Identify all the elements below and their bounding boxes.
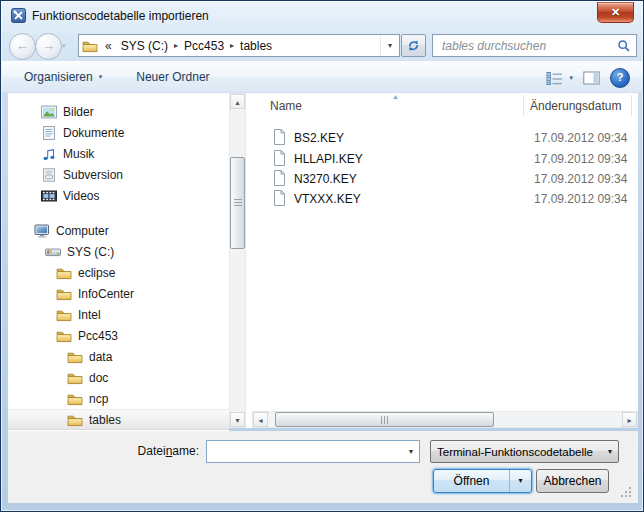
refresh-icon xyxy=(406,38,421,53)
close-button[interactable]: ✕ xyxy=(597,2,634,23)
tree-item-label: eclipse xyxy=(78,266,115,280)
tree-item-label: SYS (C:) xyxy=(67,245,114,259)
organize-button[interactable]: Organisieren ▾ xyxy=(14,65,112,89)
folder-icon xyxy=(56,328,72,344)
organize-label: Organisieren xyxy=(24,70,93,84)
address-dropdown-icon[interactable]: ▾ xyxy=(380,35,399,56)
file-row-bs2[interactable]: BS2.KEY 17.09.2012 09:34 xyxy=(246,128,638,148)
navigation-pane: Bilder Dokumente Musik Subversion Videos… xyxy=(8,93,229,431)
filetype-value: Terminal-Funktionscodetabelle xyxy=(437,446,608,458)
pictures-icon xyxy=(41,104,57,120)
scroll-up-button[interactable]: ▴ xyxy=(230,94,245,109)
column-header-name[interactable]: Name xyxy=(270,99,302,113)
scroll-left-button[interactable]: ◂ xyxy=(253,412,268,427)
folder-icon xyxy=(56,265,72,281)
sidebar-item-dokumente[interactable]: Dokumente xyxy=(8,122,229,143)
sidebar-item-subversion[interactable]: Subversion xyxy=(8,164,229,185)
sidebar-item-musik[interactable]: Musik xyxy=(8,143,229,164)
scroll-right-button[interactable]: ▸ xyxy=(622,412,637,427)
tree-item-intel[interactable]: Intel xyxy=(8,304,229,325)
sidebar-item-videos[interactable]: Videos xyxy=(8,185,229,206)
tree-item-infocenter[interactable]: InfoCenter xyxy=(8,283,229,304)
file-modified-date: 17.09.2012 09:34 xyxy=(534,172,627,186)
open-split-button: Öffnen ▾ xyxy=(433,469,532,493)
help-button[interactable]: ? xyxy=(610,68,630,88)
file-list-horizontal-scrollbar[interactable]: ◂ ▸ xyxy=(252,411,638,428)
tree-item-eclipse[interactable]: eclipse xyxy=(8,262,229,283)
file-row-hllapi[interactable]: HLLAPI.KEY 17.09.2012 09:34 xyxy=(246,149,638,169)
refresh-button[interactable] xyxy=(401,34,426,57)
open-dropdown-button[interactable]: ▾ xyxy=(509,470,531,492)
breadcrumb-overflow[interactable]: « xyxy=(105,39,112,53)
sidebar-item-label: Subversion xyxy=(63,168,123,182)
chevron-down-icon: ▾ xyxy=(608,447,612,456)
tree-item-label: Computer xyxy=(56,224,109,238)
filename-label: Dateiname: xyxy=(8,444,199,458)
toolbar-right-group: ▾ ? xyxy=(546,62,630,94)
open-button[interactable]: Öffnen xyxy=(434,470,509,492)
column-divider[interactable] xyxy=(631,95,632,116)
tree-item-tables-selected[interactable]: tables xyxy=(8,409,229,430)
cancel-button[interactable]: Abbrechen xyxy=(536,469,609,493)
address-bar[interactable]: « SYS (C:) ▸ Pcc453 ▸ tables ▾ xyxy=(78,34,400,57)
folder-icon xyxy=(56,286,72,302)
file-open-dialog: Funktionscodetabelle importieren ✕ ← → ▾… xyxy=(0,0,644,512)
filename-combobox[interactable]: ▾ xyxy=(206,440,420,463)
drive-icon xyxy=(45,244,61,260)
column-header-modified[interactable]: Änderungsdatum xyxy=(530,99,621,113)
chevron-down-icon: ▾ xyxy=(569,74,573,82)
filename-dropdown-icon[interactable]: ▾ xyxy=(403,447,419,456)
search-input[interactable] xyxy=(440,38,617,54)
search-box[interactable] xyxy=(432,34,637,57)
folder-icon xyxy=(82,39,98,53)
documents-icon xyxy=(41,125,57,141)
file-row-n3270[interactable]: N3270.KEY 17.09.2012 09:34 xyxy=(246,169,638,189)
new-folder-label: Neuer Ordner xyxy=(136,70,209,84)
tree-item-label: tables xyxy=(89,413,121,427)
file-row-vtxxx[interactable]: VTXXX.KEY 17.09.2012 09:34 xyxy=(246,189,638,209)
filename-input[interactable] xyxy=(207,445,403,459)
tree-item-label: InfoCenter xyxy=(78,287,134,301)
breadcrumb-tables[interactable]: tables xyxy=(234,39,278,53)
sidebar-item-label: Videos xyxy=(63,189,99,203)
tree-item-pcc453[interactable]: Pcc453 xyxy=(8,325,229,346)
file-name: VTXXX.KEY xyxy=(294,192,361,206)
file-name: N3270.KEY xyxy=(294,172,357,186)
computer-icon xyxy=(34,223,50,239)
sidebar-item-label: Dokumente xyxy=(63,126,124,140)
tree-scrollbar[interactable]: ▴ ▾ xyxy=(229,93,246,428)
forward-button[interactable]: → xyxy=(35,33,62,60)
tree-item-sys-c[interactable]: SYS (C:) xyxy=(8,241,229,262)
file-modified-date: 17.09.2012 09:34 xyxy=(534,152,627,166)
column-divider[interactable] xyxy=(523,95,524,116)
tree-item-computer[interactable]: Computer xyxy=(8,220,229,241)
videos-icon xyxy=(41,188,57,204)
change-view-button[interactable]: ▾ xyxy=(546,71,573,85)
breadcrumb-sys-c[interactable]: SYS (C:) xyxy=(115,39,174,53)
command-toolbar: Organisieren ▾ Neuer Ordner ▾ ? xyxy=(2,61,644,93)
history-dropdown-icon[interactable]: ▾ xyxy=(62,42,66,50)
new-folder-button[interactable]: Neuer Ordner xyxy=(126,65,219,89)
preview-pane-button[interactable] xyxy=(583,71,600,85)
scrollbar-thumb[interactable] xyxy=(230,157,245,249)
file-modified-date: 17.09.2012 09:34 xyxy=(534,131,627,145)
breadcrumb-pcc453[interactable]: Pcc453 xyxy=(178,39,230,53)
folder-icon xyxy=(67,412,83,428)
tree-item-ncp[interactable]: ncp xyxy=(8,388,229,409)
scroll-down-button[interactable]: ▾ xyxy=(230,412,245,427)
search-icon[interactable] xyxy=(617,39,631,53)
file-name: HLLAPI.KEY xyxy=(294,152,363,166)
dialog-footer: Dateiname: ▾ Terminal-Funktionscodetabel… xyxy=(8,431,638,503)
tree-item-data[interactable]: data xyxy=(8,346,229,367)
file-list-pane: Name ▲ Änderungsdatum BS2.KEY 17.09.2012… xyxy=(246,93,638,428)
filetype-combobox[interactable]: Terminal-Funktionscodetabelle ▾ xyxy=(430,440,619,463)
back-button[interactable]: ← xyxy=(9,33,36,60)
tree-item-doc[interactable]: doc xyxy=(8,367,229,388)
list-view-icon xyxy=(546,71,563,85)
resize-grip[interactable] xyxy=(621,486,632,497)
sidebar-item-label: Musik xyxy=(63,147,94,161)
sidebar-item-bilder[interactable]: Bilder xyxy=(8,101,229,122)
file-icon xyxy=(272,129,286,145)
folder-icon xyxy=(67,349,83,365)
scrollbar-thumb[interactable] xyxy=(275,412,494,427)
